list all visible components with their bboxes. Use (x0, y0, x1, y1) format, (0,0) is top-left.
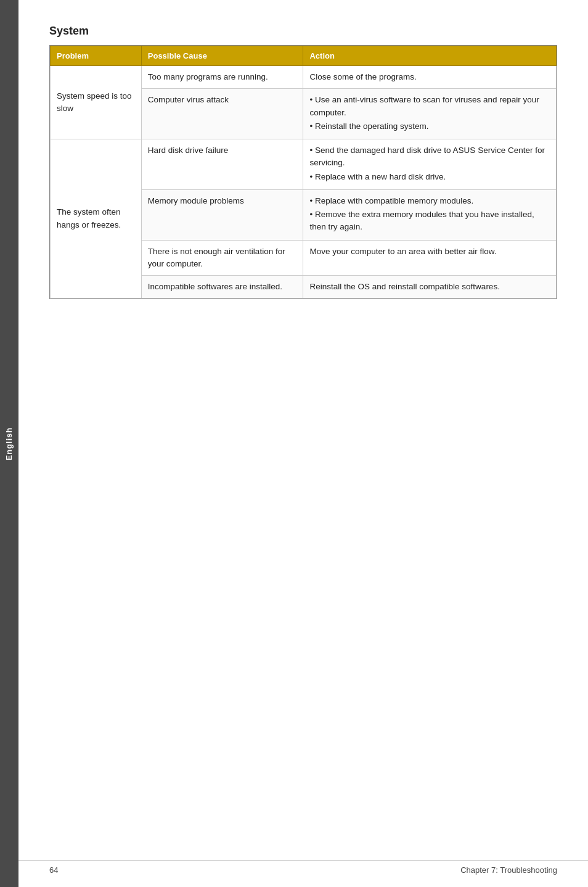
table-header-row: Problem Possible Cause Action (51, 46, 557, 66)
main-content: System Problem Possible Cause Action Sys… (18, 0, 588, 349)
system-table: Problem Possible Cause Action System spe… (50, 46, 557, 299)
cell-problem-0: System speed is too slow (51, 66, 142, 139)
cell-cause-0: Too many programs are running. (141, 66, 303, 89)
cell-cause-5: Incompatible softwares are installed. (141, 276, 303, 299)
page-number: 64 (49, 865, 58, 875)
cell-action-3: Replace with compatible memory modules.R… (303, 189, 557, 240)
table-row: System speed is too slowToo many program… (51, 66, 557, 89)
table-row: The system often hangs or freezes.Hard d… (51, 139, 557, 190)
cell-problem-2: The system often hangs or freezes. (51, 139, 142, 299)
cell-action-0: Close some of the programs. (303, 66, 557, 89)
header-problem: Problem (51, 46, 142, 66)
sidebar: English (0, 0, 18, 887)
cell-cause-3: Memory module problems (141, 189, 303, 240)
header-action: Action (303, 46, 557, 66)
table-wrapper: Problem Possible Cause Action System spe… (49, 45, 557, 299)
cell-action-4: Move your computer to an area with bette… (303, 240, 557, 276)
section-title: System (49, 25, 557, 38)
cell-action-2: Send the damaged hard disk drive to ASUS… (303, 139, 557, 190)
sidebar-label: English (5, 427, 14, 460)
header-cause: Possible Cause (141, 46, 303, 66)
cell-action-5: Reinstall the OS and reinstall compatibl… (303, 276, 557, 299)
cell-action-1: Use an anti-virus software to scan for v… (303, 89, 557, 139)
cell-cause-4: There is not enough air ventilation for … (141, 240, 303, 276)
cell-cause-1: Computer virus attack (141, 89, 303, 139)
footer: 64 Chapter 7: Troubleshooting (18, 860, 588, 875)
chapter-label: Chapter 7: Troubleshooting (460, 865, 557, 875)
cell-cause-2: Hard disk drive failure (141, 139, 303, 190)
